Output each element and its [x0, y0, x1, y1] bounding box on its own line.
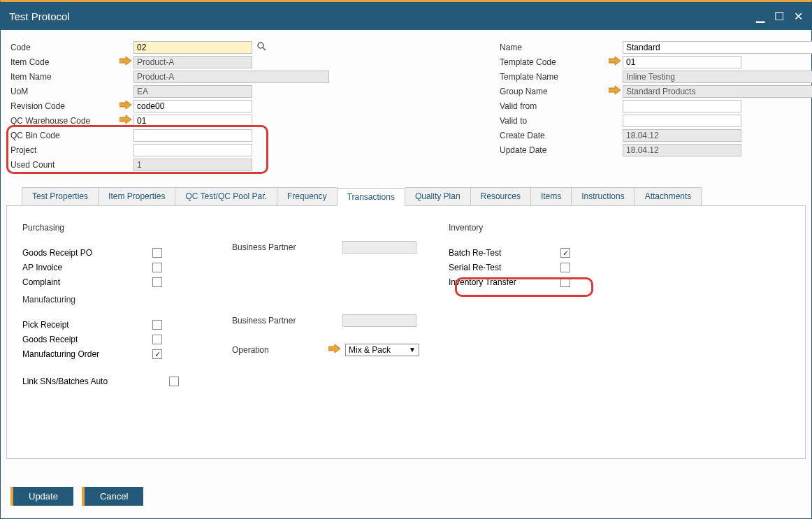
create-date-field: 18.04.12 — [623, 129, 741, 142]
link-arrow-icon[interactable] — [119, 100, 132, 112]
serial-retest-label: Serial Re-Test — [449, 263, 560, 272]
valid-from-field[interactable] — [623, 100, 741, 112]
inventory-transfer-label: Inventory Transfer — [449, 277, 560, 287]
valid-to-label: Valid to — [498, 116, 623, 126]
ap-invoice-checkbox[interactable] — [152, 263, 162, 272]
tab-item-properties[interactable]: Item Properties — [98, 187, 175, 205]
ap-invoice-label: AP Invoice — [22, 263, 152, 272]
serial-retest-checkbox[interactable] — [560, 263, 570, 272]
titlebar: Test Protocol ▁ ☐ ✕ — [1, 2, 811, 30]
template-code-label: Template Code — [498, 57, 623, 67]
valid-to-field[interactable] — [623, 115, 741, 127]
code-field[interactable] — [133, 41, 252, 54]
tab-instructions[interactable]: Instructions — [571, 187, 635, 205]
code-label: Code — [9, 43, 133, 52]
purchasing-title: Purchasing — [22, 223, 232, 233]
name-field[interactable] — [623, 41, 812, 54]
revision-code-label: Revision Code — [9, 101, 133, 111]
tab-test-properties[interactable]: Test Properties — [22, 187, 99, 205]
minimize-icon[interactable]: ▁ — [756, 10, 764, 23]
tab-strip: Test Properties Item Properties QC Test/… — [6, 187, 806, 206]
complaint-checkbox[interactable] — [152, 277, 162, 287]
svg-marker-7 — [328, 344, 340, 353]
inventory-transfer-checkbox[interactable] — [560, 277, 570, 287]
cancel-button[interactable]: Cancel — [82, 487, 143, 506]
item-code-field[interactable]: Product-A — [133, 56, 252, 68]
inventory-title: Inventory — [449, 223, 658, 233]
used-count-label: Used Count — [9, 160, 133, 170]
link-sns-checkbox[interactable] — [169, 377, 179, 386]
goods-receipt-po-checkbox[interactable] — [152, 248, 162, 258]
business-partner-field[interactable] — [342, 241, 416, 254]
valid-from-label: Valid from — [498, 101, 623, 111]
batch-retest-label: Batch Re-Test — [449, 248, 560, 258]
link-arrow-icon[interactable] — [609, 85, 621, 97]
manufacturing-title: Manufacturing — [22, 295, 232, 305]
business-partner-field-2[interactable] — [342, 314, 416, 327]
operation-dropdown[interactable]: Mix & Pack ▼ — [345, 344, 419, 356]
template-name-label: Template Name — [498, 72, 623, 82]
window: Test Protocol ▁ ☐ ✕ Code Item Code — [0, 0, 812, 519]
maximize-icon[interactable]: ☐ — [774, 10, 784, 23]
goods-receipt-label: Goods Receipt — [22, 335, 152, 344]
operation-value: Mix & Pack — [349, 345, 391, 355]
group-name-field[interactable]: Standard Products — [623, 85, 812, 98]
batch-retest-checkbox[interactable] — [560, 248, 570, 258]
link-sns-label: Link SNs/Batches Auto — [22, 377, 169, 386]
right-column: Name Template Code Template Name Inline … — [498, 40, 812, 172]
pick-receipt-label: Pick Receipt — [22, 320, 152, 330]
close-icon[interactable]: ✕ — [794, 10, 803, 23]
tab-resources[interactable]: Resources — [470, 187, 531, 205]
header-form: Code Item Code Product-A Item Name Produ… — [6, 40, 806, 172]
tab-items[interactable]: Items — [530, 187, 572, 205]
update-button[interactable]: Update — [10, 487, 73, 506]
create-date-label: Create Date — [498, 131, 623, 140]
manufacturing-order-checkbox[interactable] — [152, 349, 162, 359]
link-arrow-icon[interactable] — [609, 56, 621, 68]
link-arrow-icon[interactable] — [328, 344, 341, 356]
qc-bin-label: QC Bin Code — [9, 131, 133, 140]
qc-wh-field[interactable] — [133, 115, 252, 127]
svg-marker-2 — [119, 57, 131, 65]
svg-marker-6 — [609, 86, 621, 94]
svg-marker-5 — [609, 57, 621, 65]
pick-receipt-checkbox[interactable] — [152, 320, 162, 330]
tab-transactions[interactable]: Transactions — [337, 188, 405, 206]
goods-receipt-checkbox[interactable] — [152, 335, 162, 344]
group-name-label: Group Name — [498, 87, 623, 96]
tab-qc-test-pool[interactable]: QC Test/QC Pool Par. — [175, 187, 277, 205]
update-date-label: Update Date — [498, 145, 623, 155]
update-date-field: 18.04.12 — [623, 144, 741, 156]
uom-field: EA — [133, 85, 252, 98]
link-arrow-icon[interactable] — [119, 56, 132, 68]
transactions-panel: Purchasing Goods Receipt PO AP Invoice C… — [6, 206, 806, 459]
business-partner-label: Business Partner — [232, 242, 337, 252]
chevron-down-icon: ▼ — [409, 346, 416, 353]
tab-attachments[interactable]: Attachments — [635, 187, 702, 205]
lookup-icon[interactable] — [256, 41, 266, 53]
business-partner-label-2: Business Partner — [232, 316, 337, 326]
goods-receipt-po-label: Goods Receipt PO — [22, 248, 152, 258]
svg-point-0 — [258, 43, 263, 48]
svg-line-1 — [263, 47, 266, 50]
item-name-label: Item Name — [9, 72, 133, 82]
link-arrow-icon[interactable] — [119, 115, 132, 126]
project-field[interactable] — [133, 144, 252, 156]
name-label: Name — [498, 43, 623, 52]
content-area: Code Item Code Product-A Item Name Produ… — [1, 30, 811, 518]
project-label: Project — [9, 145, 133, 155]
action-buttons: Update Cancel — [10, 487, 143, 506]
complaint-label: Complaint — [22, 277, 152, 287]
left-column: Code Item Code Product-A Item Name Produ… — [9, 40, 331, 172]
tab-frequency[interactable]: Frequency — [277, 187, 338, 205]
qc-bin-field[interactable] — [133, 129, 252, 142]
operation-label: Operation — [232, 345, 323, 355]
item-code-label: Item Code — [9, 57, 133, 67]
window-controls: ▁ ☐ ✕ — [756, 10, 803, 23]
used-count-field: 1 — [133, 159, 252, 171]
template-code-field[interactable] — [623, 56, 741, 68]
revision-code-field[interactable] — [133, 100, 252, 112]
template-name-field: Inline Testing — [623, 71, 812, 83]
tab-quality-plan[interactable]: Quality Plan — [405, 187, 471, 205]
svg-marker-3 — [119, 101, 131, 109]
